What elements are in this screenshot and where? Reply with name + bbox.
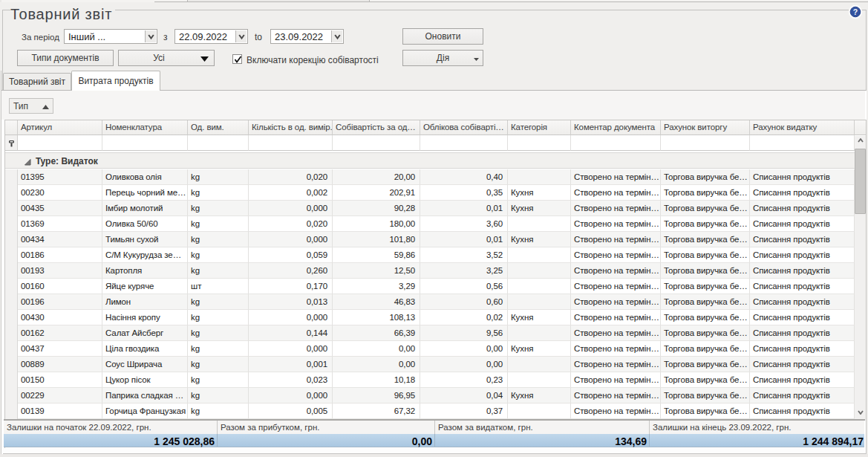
svg-text:?: ? xyxy=(853,7,858,16)
